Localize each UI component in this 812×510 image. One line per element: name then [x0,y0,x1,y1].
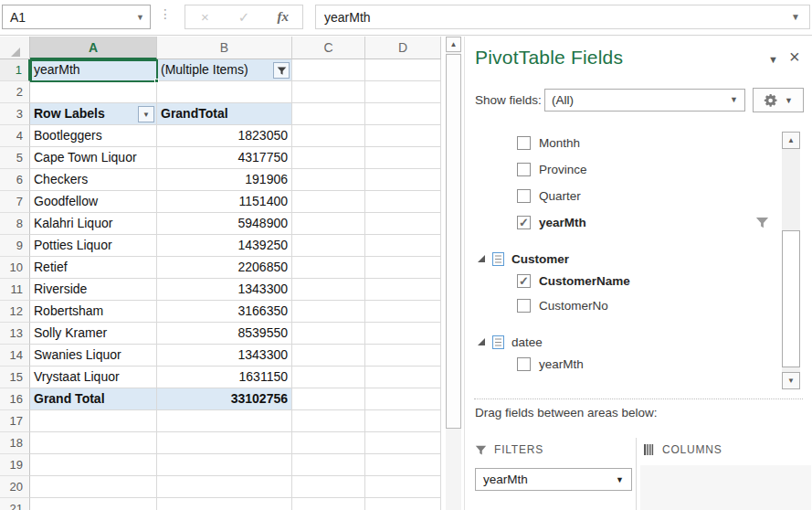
field-item-yearMth[interactable]: yearMth [465,353,782,376]
cell-A3[interactable]: Row Labels▼ [30,103,157,125]
checkbox[interactable] [517,136,531,150]
cell-D15[interactable] [365,367,441,388]
cell-B18[interactable] [157,432,292,454]
cell-D4[interactable] [365,125,441,147]
pane-options-chevron-icon[interactable]: ▼ [768,54,778,65]
cell-D2[interactable] [365,81,441,103]
row-header-16[interactable]: 16 [0,388,30,410]
row-header-21[interactable]: 21 [0,498,30,510]
cell-B19[interactable] [157,454,292,476]
cell-D21[interactable] [365,498,441,510]
cell-A9[interactable]: Potties Liquor [30,235,157,257]
cell-C21[interactable] [292,498,365,510]
field-group-Customer[interactable]: Customer [465,248,782,270]
cell-D11[interactable] [365,279,441,301]
field-item-Province[interactable]: Province [465,156,782,183]
row-header-19[interactable]: 19 [0,454,30,476]
cell-A10[interactable]: Retief [30,257,157,279]
cell-C5[interactable] [292,147,365,169]
pane-close-icon[interactable]: × [789,47,800,68]
cell-A13[interactable]: Solly Kramer [30,323,157,345]
cell-A12[interactable]: Robertsham [30,301,157,323]
cell-B21[interactable] [157,498,292,510]
cell-B5[interactable]: 4317750 [157,147,292,169]
column-header-C[interactable]: C [292,37,365,59]
name-box-dropdown-icon[interactable]: ▼ [136,13,144,22]
cell-C16[interactable] [292,388,365,410]
cell-A2[interactable] [30,81,157,103]
field-list-scrollbar[interactable]: ▲ ▼ [782,132,800,389]
cell-D8[interactable] [365,213,441,235]
filters-field-yearMth[interactable]: yearMth▼ [475,468,632,491]
formula-bar-expand-icon[interactable]: ▼ [791,12,800,22]
cell-A7[interactable]: Goodfellow [30,191,157,213]
cell-A21[interactable] [30,498,157,510]
cell-C17[interactable] [292,410,365,432]
scrollbar-thumb[interactable] [782,230,800,367]
cell-A4[interactable]: Bootleggers [30,125,157,147]
cell-D14[interactable] [365,345,441,367]
cell-A5[interactable]: Cape Town Liquor [30,147,157,169]
field-filter-indicator[interactable] [755,216,769,232]
checkbox[interactable] [517,163,531,176]
enter-button[interactable]: ✓ [225,9,264,26]
cell-C8[interactable] [292,213,365,235]
cell-D16[interactable] [365,388,441,410]
expand-triangle-icon[interactable] [478,338,485,345]
field-group-datee[interactable]: datee [465,331,782,353]
cell-D20[interactable] [365,476,441,498]
cell-D13[interactable] [365,323,441,345]
cell-A16[interactable]: Grand Total [30,388,157,410]
cell-D6[interactable] [365,169,441,191]
cell-A1[interactable]: yearMth [30,59,157,81]
cell-C3[interactable] [292,103,365,125]
row-header-12[interactable]: 12 [0,301,30,323]
cell-D17[interactable] [365,410,441,432]
row-header-10[interactable]: 10 [0,257,30,279]
tools-button[interactable]: ▼ [753,88,804,112]
row-header-5[interactable]: 5 [0,147,30,169]
cell-D19[interactable] [365,454,441,476]
row-header-14[interactable]: 14 [0,345,30,367]
cell-B8[interactable]: 5948900 [157,213,292,235]
cell-B9[interactable]: 1439250 [157,235,292,257]
insert-function-button[interactable]: fx [263,9,302,25]
scrollbar-thumb[interactable] [446,54,461,429]
cell-B14[interactable]: 1343300 [157,345,292,367]
cell-D7[interactable] [365,191,441,213]
column-header-D[interactable]: D [365,37,441,59]
cell-B17[interactable] [157,410,292,432]
checkbox[interactable] [517,299,531,313]
cell-C7[interactable] [292,191,365,213]
column-header-B[interactable]: B [157,37,292,59]
scroll-up-button[interactable]: ▲ [446,37,461,52]
cell-D5[interactable] [365,147,441,169]
cell-B2[interactable] [157,81,292,103]
row-header-9[interactable]: 9 [0,235,30,257]
cell-C13[interactable] [292,323,365,345]
column-header-A[interactable]: A [30,37,157,59]
cell-C18[interactable] [292,432,365,454]
expand-triangle-icon[interactable] [478,255,485,262]
checkbox[interactable] [517,357,531,371]
formula-bar-input[interactable]: yearMth ▼ [315,5,810,29]
cell-A14[interactable]: Swanies Liquor [30,345,157,367]
checkbox[interactable]: ✓ [517,274,531,288]
sheet-vertical-scrollbar[interactable]: ▲ [446,37,461,510]
row-header-6[interactable]: 6 [0,169,30,191]
row-header-18[interactable]: 18 [0,432,30,454]
row-header-17[interactable]: 17 [0,410,30,432]
cell-B13[interactable]: 8539550 [157,323,292,345]
row-header-4[interactable]: 4 [0,125,30,147]
cell-D12[interactable] [365,301,441,323]
field-item-Monthh[interactable]: Monthh [465,130,782,156]
cell-C20[interactable] [292,476,365,498]
cell-D3[interactable] [365,103,441,125]
row-header-13[interactable]: 13 [0,323,30,345]
cell-C19[interactable] [292,454,365,476]
cell-C2[interactable] [292,81,365,103]
cell-B3[interactable]: GrandTotal [157,103,292,125]
cell-B1[interactable]: (Multiple Items) [157,59,292,81]
row-labels-dropdown-button[interactable]: ▼ [138,106,154,122]
cell-B6[interactable]: 191906 [157,169,292,191]
